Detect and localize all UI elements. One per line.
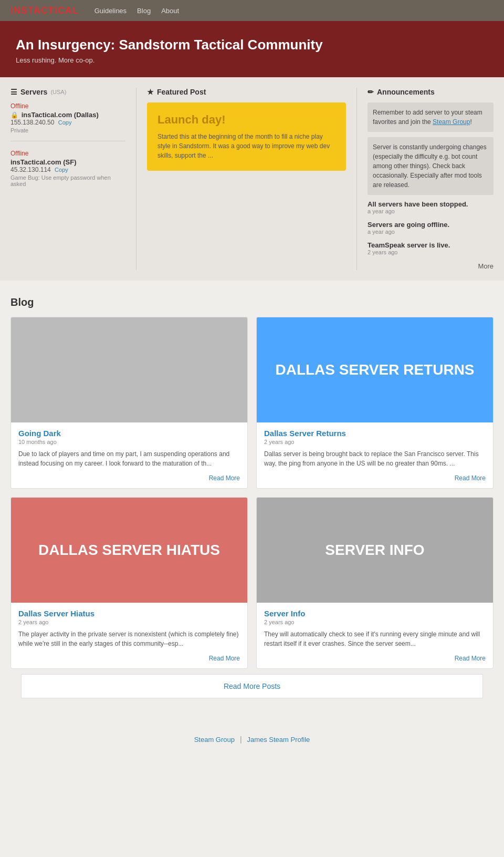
blog-card-1: DALLAS SERVER RETURNS Dallas Server Retu… — [256, 317, 494, 489]
blog-card-excerpt-0: Due to lack of players and time on my pa… — [18, 449, 240, 468]
server-note-sf: Game Bug: Use empty password when asked — [10, 174, 125, 187]
blog-card-2: DALLAS SERVER HIATUS Dallas Server Hiatu… — [10, 497, 248, 669]
read-more-link-3[interactable]: Read More — [455, 655, 486, 662]
featured-card[interactable]: Launch day! Started this at the beginnin… — [147, 102, 346, 171]
site-logo: INSTACTICAL — [10, 5, 79, 16]
hero-banner: An Insurgency: Sandstorm Tactical Commun… — [0, 21, 504, 77]
blog-card-title-3[interactable]: Server Info — [264, 609, 305, 618]
star-icon — [147, 88, 154, 96]
nav-blog[interactable]: Blog — [137, 7, 151, 15]
blog-card-image-2: DALLAS SERVER HIATUS — [11, 498, 247, 603]
read-more-link-0[interactable]: Read More — [209, 474, 240, 482]
blog-card-image-0 — [11, 317, 247, 422]
read-more-link-1[interactable]: Read More — [455, 474, 486, 482]
server-status-sf: Offline — [10, 150, 125, 157]
blog-card-excerpt-3: They will automatically check to see if … — [264, 629, 486, 648]
ann-title-1: Servers are going offline. — [368, 221, 494, 229]
server-ip-dallas: 155.138.240.50 Copy — [10, 119, 125, 126]
read-more-link-2[interactable]: Read More — [209, 655, 240, 662]
logo-prefix: INST — [10, 5, 34, 16]
announcement-pinned-1: Server is constantly undergoing changes … — [368, 137, 494, 195]
read-more-posts-block: Read More Posts — [21, 674, 483, 698]
server-status-dallas: Offline — [10, 102, 125, 110]
announcement-item-2: TeamSpeak server is live. 2 years ago — [368, 241, 494, 255]
server-name-dallas: 🔒 insTactical.com (Dallas) — [10, 111, 125, 119]
server-item-sf: Offline insTactical.com (SF) 45.32.130.1… — [10, 150, 125, 194]
announcements-label: Announcements — [377, 88, 435, 96]
copy-ip-sf[interactable]: Copy — [55, 167, 68, 173]
blog-card-body-2: Dallas Server Hiatus 2 years ago The pla… — [11, 603, 247, 668]
blog-section: Blog Going Dark 10 months ago Due to lac… — [0, 281, 504, 725]
ann-time-2: 2 years ago — [368, 249, 494, 255]
read-more-posts-button[interactable]: Read More Posts — [224, 682, 280, 690]
hero-title: An Insurgency: Sandstorm Tactical Commun… — [16, 37, 488, 53]
blog-card-time-0: 10 months ago — [18, 439, 240, 445]
blog-card-title-1[interactable]: Dallas Server Returns — [264, 429, 346, 438]
blog-card-time-3: 2 years ago — [264, 619, 486, 625]
announcements-heading: Announcements — [368, 88, 494, 96]
blog-card-3: SERVER INFO Server Info 2 years ago They… — [256, 497, 494, 669]
blog-card-excerpt-1: Dallas server is being brought back to r… — [264, 449, 486, 468]
nav-links: Guidelines Blog About — [94, 7, 179, 15]
blog-card-0: Going Dark 10 months ago Due to lack of … — [10, 317, 248, 489]
server-name-sf: insTactical.com (SF) — [10, 158, 125, 166]
announcements-panel: Announcements Remember to add server to … — [357, 88, 494, 270]
servers-badge: (USA) — [50, 89, 66, 95]
logo-accent: A — [34, 5, 41, 16]
footer-james-profile-link[interactable]: James Steam Profile — [247, 736, 310, 744]
announcement-pinned-0: Remember to add server to your steam fav… — [368, 102, 494, 132]
ann-title-0: All servers have been stopped. — [368, 200, 494, 208]
hero-subtitle: Less rushing. More co-op. — [16, 56, 488, 64]
blog-card-body-1: Dallas Server Returns 2 years ago Dallas… — [257, 422, 493, 488]
featured-panel: Featured Post Launch day! Started this a… — [136, 88, 357, 270]
read-more-3: Read More — [264, 654, 486, 662]
blog-card-image-3: SERVER INFO — [257, 498, 493, 603]
server-ip-sf: 45.32.130.114 Copy — [10, 166, 125, 173]
ann-time-0: a year ago — [368, 208, 494, 214]
servers-heading: Servers (USA) — [10, 88, 125, 96]
announcement-item-1: Servers are going offline. a year ago — [368, 221, 494, 235]
navbar: INSTACTICAL Guidelines Blog About — [0, 0, 504, 21]
nav-guidelines[interactable]: Guidelines — [94, 7, 127, 15]
announcement-item-0: All servers have been stopped. a year ag… — [368, 200, 494, 214]
server-item-dallas: Offline 🔒 insTactical.com (Dallas) 155.1… — [10, 102, 125, 141]
lock-icon: 🔒 — [10, 111, 18, 119]
logo-suffix: CTICAL — [41, 5, 79, 16]
pencil-icon — [368, 88, 374, 96]
blog-card-body-0: Going Dark 10 months ago Due to lack of … — [11, 422, 247, 488]
more-announcements-button[interactable]: More — [478, 262, 494, 270]
blog-card-title-2[interactable]: Dallas Server Hiatus — [18, 609, 94, 618]
servers-label: Servers — [20, 88, 47, 96]
read-more-0: Read More — [18, 473, 240, 482]
read-more-1: Read More — [264, 473, 486, 482]
blog-grid: Going Dark 10 months ago Due to lack of … — [10, 317, 494, 669]
main-section: Servers (USA) Offline 🔒 insTactical.com … — [0, 77, 504, 281]
server-note-dallas: Private — [10, 127, 125, 133]
blog-card-body-3: Server Info 2 years ago They will automa… — [257, 603, 493, 668]
footer-separator: | — [240, 735, 242, 744]
read-more-2: Read More — [18, 654, 240, 662]
copy-ip-dallas[interactable]: Copy — [58, 119, 72, 126]
featured-label: Featured Post — [157, 88, 206, 96]
featured-title: Launch day! — [158, 113, 335, 127]
servers-panel: Servers (USA) Offline 🔒 insTactical.com … — [10, 88, 136, 270]
blog-card-time-2: 2 years ago — [18, 619, 240, 625]
footer-steam-group-link[interactable]: Steam Group — [194, 736, 235, 744]
blog-card-image-1: DALLAS SERVER RETURNS — [257, 317, 493, 422]
blog-card-title-0[interactable]: Going Dark — [18, 429, 61, 438]
steam-group-link[interactable]: Steam Group — [433, 118, 470, 126]
blog-heading: Blog — [10, 296, 494, 308]
more-link: More — [368, 262, 494, 270]
ann-title-2: TeamSpeak server is live. — [368, 241, 494, 249]
blog-card-excerpt-2: The player activity in the private serve… — [18, 629, 240, 648]
blog-card-time-1: 2 years ago — [264, 439, 486, 445]
featured-excerpt: Started this at the beginning of the mon… — [158, 132, 335, 160]
nav-about[interactable]: About — [161, 7, 179, 15]
featured-heading: Featured Post — [147, 88, 346, 96]
footer: Steam Group | James Steam Profile — [0, 725, 504, 754]
ann-time-1: a year ago — [368, 229, 494, 235]
list-icon — [10, 88, 17, 96]
